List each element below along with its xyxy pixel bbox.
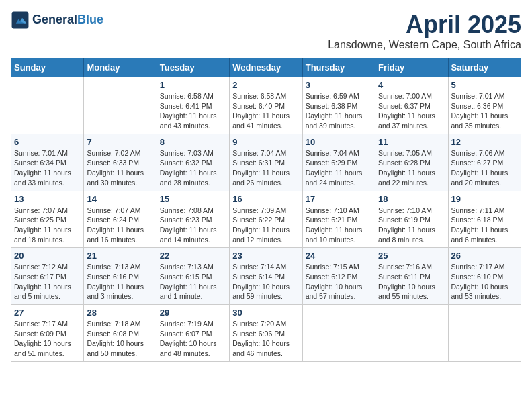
day-info: Sunrise: 7:17 AM Sunset: 6:10 PM Dayligh… xyxy=(451,262,518,302)
location-title: Lansdowne, Western Cape, South Africa xyxy=(328,39,521,51)
day-info: Sunrise: 7:11 AM Sunset: 6:18 PM Dayligh… xyxy=(451,205,518,245)
calendar-cell: 2Sunrise: 6:58 AM Sunset: 6:40 PM Daylig… xyxy=(230,77,302,134)
calendar-cell xyxy=(84,77,157,134)
day-info: Sunrise: 7:04 AM Sunset: 6:29 PM Dayligh… xyxy=(306,148,372,188)
day-number: 19 xyxy=(451,194,518,204)
calendar-cell: 6Sunrise: 7:01 AM Sunset: 6:34 PM Daylig… xyxy=(11,134,84,191)
day-info: Sunrise: 7:04 AM Sunset: 6:31 PM Dayligh… xyxy=(232,148,299,188)
calendar-cell xyxy=(448,305,521,362)
calendar-cell: 10Sunrise: 7:04 AM Sunset: 6:29 PM Dayli… xyxy=(302,134,375,191)
calendar-cell: 23Sunrise: 7:14 AM Sunset: 6:14 PM Dayli… xyxy=(230,248,302,305)
calendar-cell: 14Sunrise: 7:07 AM Sunset: 6:24 PM Dayli… xyxy=(84,191,157,248)
day-number: 20 xyxy=(14,250,81,261)
calendar-cell xyxy=(11,77,84,134)
calendar-cell xyxy=(302,305,375,362)
day-info: Sunrise: 7:20 AM Sunset: 6:06 PM Dayligh… xyxy=(232,319,299,359)
day-number: 12 xyxy=(451,137,518,147)
weekday-header-sunday: Sunday xyxy=(11,58,84,77)
calendar-cell: 11Sunrise: 7:05 AM Sunset: 6:28 PM Dayli… xyxy=(375,134,448,191)
calendar-cell: 4Sunrise: 7:00 AM Sunset: 6:37 PM Daylig… xyxy=(375,77,448,134)
day-info: Sunrise: 6:58 AM Sunset: 6:41 PM Dayligh… xyxy=(160,91,226,131)
calendar-cell: 12Sunrise: 7:06 AM Sunset: 6:27 PM Dayli… xyxy=(448,134,521,191)
calendar-week-row: 1Sunrise: 6:58 AM Sunset: 6:41 PM Daylig… xyxy=(11,77,521,134)
day-number: 3 xyxy=(306,80,372,90)
day-info: Sunrise: 7:18 AM Sunset: 6:08 PM Dayligh… xyxy=(87,319,153,359)
day-number: 25 xyxy=(378,250,445,261)
logo-blue: Blue xyxy=(77,13,103,26)
day-info: Sunrise: 6:59 AM Sunset: 6:38 PM Dayligh… xyxy=(306,91,372,131)
day-info: Sunrise: 7:03 AM Sunset: 6:32 PM Dayligh… xyxy=(160,148,226,188)
day-number: 11 xyxy=(378,137,445,147)
day-info: Sunrise: 7:16 AM Sunset: 6:11 PM Dayligh… xyxy=(378,262,445,302)
day-number: 21 xyxy=(87,250,153,261)
calendar-cell: 5Sunrise: 7:01 AM Sunset: 6:36 PM Daylig… xyxy=(448,77,521,134)
day-info: Sunrise: 7:05 AM Sunset: 6:28 PM Dayligh… xyxy=(378,148,445,188)
weekday-header-monday: Monday xyxy=(84,58,157,77)
day-info: Sunrise: 7:00 AM Sunset: 6:37 PM Dayligh… xyxy=(378,91,445,131)
day-info: Sunrise: 7:17 AM Sunset: 6:09 PM Dayligh… xyxy=(14,319,81,359)
calendar-cell: 17Sunrise: 7:10 AM Sunset: 6:21 PM Dayli… xyxy=(302,191,375,248)
svg-rect-0 xyxy=(12,12,29,29)
day-number: 24 xyxy=(306,250,372,261)
calendar-week-row: 6Sunrise: 7:01 AM Sunset: 6:34 PM Daylig… xyxy=(11,134,521,191)
weekday-header-friday: Friday xyxy=(375,58,448,77)
month-title: April 2025 xyxy=(328,11,521,39)
day-number: 30 xyxy=(232,308,299,318)
day-number: 1 xyxy=(160,80,226,90)
weekday-header-tuesday: Tuesday xyxy=(157,58,229,77)
weekday-header-thursday: Thursday xyxy=(302,58,375,77)
title-section: April 2025 Lansdowne, Western Cape, Sout… xyxy=(328,11,521,51)
day-number: 4 xyxy=(378,80,445,90)
calendar-cell: 13Sunrise: 7:07 AM Sunset: 6:25 PM Dayli… xyxy=(11,191,84,248)
calendar-cell: 22Sunrise: 7:13 AM Sunset: 6:15 PM Dayli… xyxy=(157,248,229,305)
day-info: Sunrise: 7:07 AM Sunset: 6:24 PM Dayligh… xyxy=(87,205,153,245)
day-number: 23 xyxy=(232,250,299,261)
calendar-cell: 15Sunrise: 7:08 AM Sunset: 6:23 PM Dayli… xyxy=(157,191,229,248)
calendar-week-row: 13Sunrise: 7:07 AM Sunset: 6:25 PM Dayli… xyxy=(11,191,521,248)
calendar-table: SundayMondayTuesdayWednesdayThursdayFrid… xyxy=(11,58,521,362)
calendar-cell: 20Sunrise: 7:12 AM Sunset: 6:17 PM Dayli… xyxy=(11,248,84,305)
day-info: Sunrise: 7:06 AM Sunset: 6:27 PM Dayligh… xyxy=(451,148,518,188)
day-number: 2 xyxy=(232,80,299,90)
day-number: 14 xyxy=(87,194,153,204)
day-info: Sunrise: 7:10 AM Sunset: 6:19 PM Dayligh… xyxy=(378,205,445,245)
calendar-week-row: 20Sunrise: 7:12 AM Sunset: 6:17 PM Dayli… xyxy=(11,248,521,305)
day-info: Sunrise: 7:12 AM Sunset: 6:17 PM Dayligh… xyxy=(14,262,81,302)
page-header: GeneralBlue April 2025 Lansdowne, Wester… xyxy=(11,11,521,51)
day-info: Sunrise: 7:10 AM Sunset: 6:21 PM Dayligh… xyxy=(306,205,372,245)
calendar-cell: 28Sunrise: 7:18 AM Sunset: 6:08 PM Dayli… xyxy=(84,305,157,362)
calendar-cell: 18Sunrise: 7:10 AM Sunset: 6:19 PM Dayli… xyxy=(375,191,448,248)
logo-icon xyxy=(11,11,30,30)
calendar-cell: 7Sunrise: 7:02 AM Sunset: 6:33 PM Daylig… xyxy=(84,134,157,191)
calendar-cell: 27Sunrise: 7:17 AM Sunset: 6:09 PM Dayli… xyxy=(11,305,84,362)
calendar-cell: 8Sunrise: 7:03 AM Sunset: 6:32 PM Daylig… xyxy=(157,134,229,191)
day-info: Sunrise: 7:07 AM Sunset: 6:25 PM Dayligh… xyxy=(14,205,81,245)
day-number: 29 xyxy=(160,308,226,318)
calendar-cell: 1Sunrise: 6:58 AM Sunset: 6:41 PM Daylig… xyxy=(157,77,229,134)
calendar-cell: 9Sunrise: 7:04 AM Sunset: 6:31 PM Daylig… xyxy=(230,134,302,191)
day-info: Sunrise: 7:15 AM Sunset: 6:12 PM Dayligh… xyxy=(306,262,372,302)
calendar-cell: 24Sunrise: 7:15 AM Sunset: 6:12 PM Dayli… xyxy=(302,248,375,305)
day-number: 7 xyxy=(87,137,153,147)
day-info: Sunrise: 7:01 AM Sunset: 6:34 PM Dayligh… xyxy=(14,148,81,188)
day-info: Sunrise: 7:08 AM Sunset: 6:23 PM Dayligh… xyxy=(160,205,226,245)
day-number: 18 xyxy=(378,194,445,204)
calendar-cell: 30Sunrise: 7:20 AM Sunset: 6:06 PM Dayli… xyxy=(230,305,302,362)
day-number: 27 xyxy=(14,308,81,318)
day-info: Sunrise: 7:09 AM Sunset: 6:22 PM Dayligh… xyxy=(232,205,299,245)
day-number: 13 xyxy=(14,194,81,204)
weekday-header-saturday: Saturday xyxy=(448,58,521,77)
day-info: Sunrise: 7:19 AM Sunset: 6:07 PM Dayligh… xyxy=(160,319,226,359)
day-number: 15 xyxy=(160,194,226,204)
day-info: Sunrise: 7:14 AM Sunset: 6:14 PM Dayligh… xyxy=(232,262,299,302)
calendar-cell: 16Sunrise: 7:09 AM Sunset: 6:22 PM Dayli… xyxy=(230,191,302,248)
day-number: 22 xyxy=(160,250,226,261)
day-number: 28 xyxy=(87,308,153,318)
day-number: 6 xyxy=(14,137,81,147)
day-number: 9 xyxy=(232,137,299,147)
day-number: 17 xyxy=(306,194,372,204)
calendar-cell xyxy=(375,305,448,362)
day-info: Sunrise: 7:13 AM Sunset: 6:16 PM Dayligh… xyxy=(87,262,153,302)
calendar-cell: 25Sunrise: 7:16 AM Sunset: 6:11 PM Dayli… xyxy=(375,248,448,305)
day-info: Sunrise: 6:58 AM Sunset: 6:40 PM Dayligh… xyxy=(232,91,299,131)
